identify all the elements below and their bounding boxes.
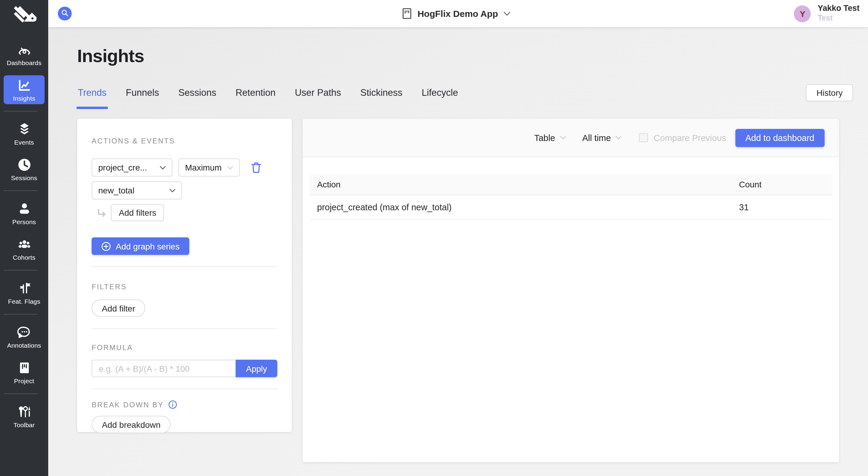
insight-editor-panel: ACTIONS & EVENTS project_cre... Maximum … [77, 119, 292, 432]
project-switcher[interactable]: HogFlix Demo App [402, 0, 510, 27]
sidebar-item-label: Annotations [7, 342, 41, 349]
plus-circle-icon [101, 241, 111, 251]
actions-events-label: ACTIONS & EVENTS [92, 137, 277, 145]
user-icon [17, 201, 32, 216]
flag-icon [17, 281, 32, 296]
divider [92, 389, 277, 389]
column-header-count: Count [732, 174, 832, 195]
page-title: Insights [77, 45, 144, 67]
posthog-logo-icon [10, 5, 38, 28]
project-icon [17, 360, 32, 375]
layers-icon [17, 122, 32, 137]
add-filters-button[interactable]: Add filters [111, 204, 164, 221]
sidebar-item-feat-flags[interactable]: Feat. Flags [4, 278, 44, 307]
sidebar-divider [4, 270, 37, 271]
chevron-down-icon [169, 188, 176, 192]
user-name: Yakko Test [818, 4, 860, 14]
insight-tabs: TrendsFunnelsSessionsRetentionUser Paths… [78, 87, 458, 109]
compare-previous-toggle[interactable]: Compare Previous [639, 133, 726, 142]
view-type-select[interactable]: Table [534, 133, 566, 142]
apply-formula-button[interactable]: Apply [236, 360, 277, 377]
event-select[interactable]: project_cre... [92, 158, 173, 177]
table-header-row: Action Count [310, 174, 832, 195]
add-to-dashboard-button[interactable]: Add to dashboard [735, 129, 825, 147]
sidebar-nav: DashboardsInsightsEventsSessionsPersonsC… [4, 40, 44, 438]
sidebar-item-toolbar[interactable]: Toolbar [4, 402, 44, 431]
tab-user-paths[interactable]: User Paths [295, 87, 341, 109]
tools-icon [17, 404, 32, 419]
tab-sessions[interactable]: Sessions [179, 87, 216, 109]
user-org: Test [818, 14, 860, 23]
compare-label: Compare Previous [654, 133, 726, 142]
divider [92, 266, 277, 267]
sidebar-divider [4, 111, 37, 112]
date-range-value: All time [582, 133, 611, 142]
topbar: HogFlix Demo App Y Yakko Test Test [48, 0, 868, 27]
avatar: Y [794, 5, 811, 22]
cell-action: project_created (max of new_total) [310, 195, 732, 219]
sidebar-divider [4, 314, 37, 315]
tab-trends[interactable]: Trends [78, 87, 106, 109]
chevron-down-icon [560, 135, 566, 140]
math-select[interactable]: Maximum [179, 158, 240, 177]
clock-icon [17, 157, 32, 172]
formula-label: FORMULA [92, 344, 133, 352]
sidebar-divider [4, 393, 37, 394]
sidebar-item-annotations[interactable]: Annotations [4, 322, 44, 351]
sidebar-item-insights[interactable]: Insights [4, 75, 44, 104]
property-select[interactable]: new_total [92, 181, 182, 199]
results-table: Action Count project_created (max of new… [310, 174, 832, 220]
divider [92, 328, 277, 329]
chevron-down-icon [616, 135, 622, 140]
sidebar-item-label: Toolbar [13, 421, 35, 429]
filters-label: FILTERS [92, 283, 127, 291]
search-button[interactable] [58, 7, 72, 21]
branch-arrow-icon [96, 208, 107, 218]
math-select-value: Maximum [185, 163, 221, 172]
add-breakdown-button[interactable]: Add breakdown [92, 416, 171, 433]
property-select-value: new_total [98, 186, 134, 195]
view-type-value: Table [534, 133, 555, 142]
sidebar-item-cohorts[interactable]: Cohorts [4, 234, 44, 263]
sidebar-item-sessions[interactable]: Sessions [4, 155, 44, 184]
sidebar-item-label: Insights [13, 95, 35, 102]
trash-icon [250, 161, 262, 174]
add-filter-button[interactable]: Add filter [92, 299, 146, 317]
users-icon [17, 237, 32, 252]
main-content: Insights TrendsFunnelsSessionsRetentionU… [48, 27, 868, 476]
tab-retention[interactable]: Retention [236, 87, 276, 109]
chevron-down-icon [503, 11, 510, 16]
gauge-icon [17, 42, 32, 57]
date-range-select[interactable]: All time [582, 133, 622, 142]
tab-funnels[interactable]: Funnels [126, 87, 159, 109]
table-row: project_created (max of new_total) 31 [310, 195, 832, 219]
app-window: DashboardsInsightsEventsSessionsPersonsC… [0, 0, 868, 476]
column-header-action: Action [310, 174, 732, 195]
sidebar-item-label: Feat. Flags [8, 298, 40, 305]
sidebar: DashboardsInsightsEventsSessionsPersonsC… [0, 0, 48, 476]
history-button[interactable]: History [806, 84, 853, 101]
cell-count: 31 [732, 195, 832, 219]
sidebar-item-label: Events [14, 138, 34, 146]
compare-checkbox[interactable] [639, 133, 648, 142]
tab-stickiness[interactable]: Stickiness [361, 87, 403, 109]
user-menu[interactable]: Y Yakko Test Test [794, 0, 860, 27]
event-select-value: project_cre... [98, 163, 147, 172]
project-outline-icon [402, 8, 412, 19]
chevron-down-icon [227, 165, 233, 169]
sidebar-item-events[interactable]: Events [4, 119, 44, 148]
tab-lifecycle[interactable]: Lifecycle [422, 87, 458, 109]
sidebar-item-persons[interactable]: Persons [4, 199, 44, 228]
line-chart-icon [17, 78, 32, 93]
sidebar-item-project[interactable]: Project [4, 358, 44, 387]
sidebar-item-label: Persons [12, 218, 36, 225]
project-switcher-label: HogFlix Demo App [417, 8, 498, 19]
sidebar-item-label: Sessions [11, 174, 37, 181]
formula-input[interactable] [92, 360, 236, 377]
sidebar-item-dashboards[interactable]: Dashboards [4, 40, 44, 69]
add-graph-series-button[interactable]: Add graph series [92, 237, 189, 255]
insight-results-panel: Table All time Compare Previous Add to d… [303, 119, 839, 462]
info-icon[interactable] [168, 400, 177, 409]
delete-series-button[interactable] [250, 161, 262, 174]
chevron-down-icon [160, 165, 166, 169]
